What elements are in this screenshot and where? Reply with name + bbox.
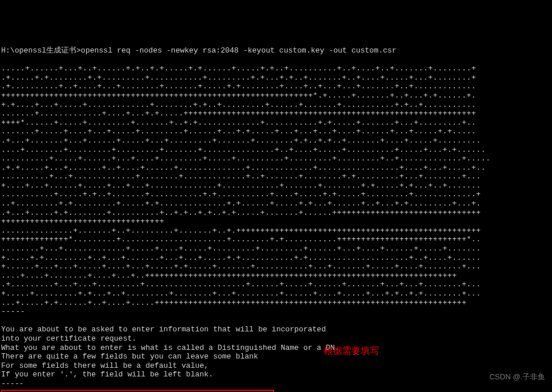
command-prompt: H:\openssl生成证书>openssl req -nodes -newke… <box>1 46 397 55</box>
watermark-text: CSDN @.子非鱼 <box>490 372 545 382</box>
keygen-progress: .....+......+...+..+......+.+..+.+.....+… <box>1 55 552 316</box>
annotation-label: 根据需要填写 <box>324 345 379 356</box>
prompt-path: H:\openssl生成证书> <box>1 46 81 55</box>
command-text: openssl req -nodes -newkey rsa:2048 -key… <box>81 46 397 55</box>
dn-fields-highlight-box: Country Name (2 letter code) [AU]: State… <box>1 390 274 392</box>
terminal-output[interactable]: H:\openssl生成证书>openssl req -nodes -newke… <box>0 36 552 392</box>
certificate-info: You are about to be asked to enter infor… <box>1 316 552 389</box>
